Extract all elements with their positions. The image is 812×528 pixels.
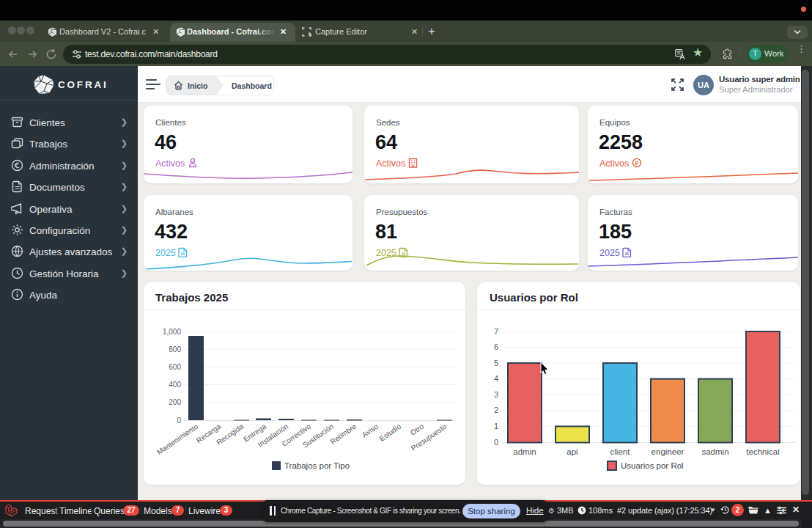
svg-text:0: 0 [494, 438, 498, 447]
svg-text:Retimbre: Retimbre [329, 422, 358, 446]
svg-text:technical: technical [746, 447, 779, 456]
svg-text:Aviso: Aviso [361, 422, 380, 439]
svg-text:admin: admin [513, 447, 536, 456]
svg-text:Trabajos por Tipo: Trabajos por Tipo [284, 461, 350, 470]
svg-text:2: 2 [494, 406, 498, 414]
svg-text:Estudio: Estudio [378, 422, 403, 442]
svg-text:600: 600 [169, 363, 181, 371]
svg-text:Otro: Otro [409, 422, 426, 436]
svg-text:1,000: 1,000 [163, 328, 181, 336]
svg-text:Usuarios por Rol: Usuarios por Rol [621, 461, 684, 470]
svg-text:engineer: engineer [652, 447, 684, 456]
svg-text:client: client [610, 447, 631, 456]
svg-text:3: 3 [494, 390, 498, 399]
svg-text:0: 0 [177, 417, 181, 425]
svg-text:800: 800 [169, 345, 181, 353]
svg-text:5: 5 [494, 359, 498, 367]
svg-text:4: 4 [494, 374, 498, 383]
svg-text:1: 1 [494, 422, 498, 430]
svg-text:api: api [566, 447, 577, 456]
svg-text:6: 6 [494, 342, 498, 351]
svg-text:7: 7 [494, 327, 498, 336]
svg-text:400: 400 [169, 381, 181, 389]
svg-text:sadmin: sadmin [701, 447, 728, 456]
svg-text:Mantenimiento: Mantenimiento [155, 422, 199, 456]
svg-text:200: 200 [169, 398, 181, 406]
